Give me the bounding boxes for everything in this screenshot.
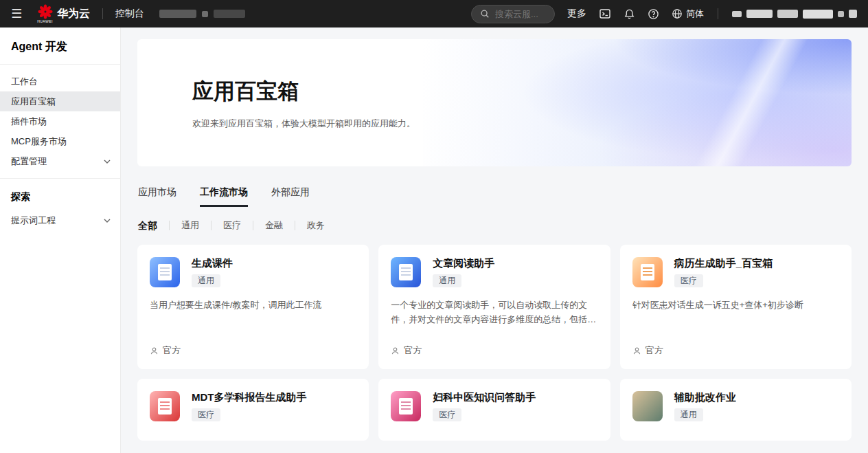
- filter-finance[interactable]: 金融: [253, 221, 295, 230]
- tab-external-apps[interactable]: 外部应用: [271, 186, 310, 207]
- sidebar-item-label: MCP服务市场: [11, 135, 67, 148]
- sidebar: Agent 开发 工作台 应用百宝箱 插件市场 MCP服务市场 配置管理 探索 …: [0, 27, 121, 453]
- category-tag: 通用: [674, 408, 703, 421]
- brand-name: 华为云: [57, 7, 90, 21]
- app-owner: 官方: [391, 344, 597, 357]
- app-icon: [632, 391, 663, 421]
- sidebar-item-label: 插件市场: [11, 115, 47, 128]
- app-title: 文章阅读助手: [433, 257, 494, 269]
- filter-general[interactable]: 通用: [169, 221, 211, 230]
- redacted-block: [849, 10, 857, 18]
- app-card[interactable]: MDT多学科报告生成助手 医疗: [137, 379, 369, 441]
- language-label: 简体: [686, 8, 704, 20]
- filter-government[interactable]: 政务: [295, 221, 336, 230]
- sidebar-item-label: 提示词工程: [11, 214, 56, 227]
- sidebar-item-label: 工作台: [11, 76, 38, 88]
- app-card[interactable]: 辅助批改作业 通用: [620, 379, 852, 441]
- console-window-icon[interactable]: [599, 8, 611, 20]
- redacted-block: [803, 10, 833, 19]
- app-card-grid: 生成课件 通用 当用户想要生成课件/教案时，调用此工作流 官方: [137, 245, 852, 441]
- app-description: 针对医患对话生成一诉五史+查体+初步诊断: [632, 298, 839, 312]
- more-menu[interactable]: 更多: [567, 8, 586, 20]
- sidebar-item-workbench[interactable]: 工作台: [0, 71, 120, 91]
- app-description: 当用户想要生成课件/教案时，调用此工作流: [150, 298, 356, 312]
- app-title: 病历生成助手_百宝箱: [674, 257, 773, 269]
- app-card[interactable]: 生成课件 通用 当用户想要生成课件/教案时，调用此工作流 官方: [137, 245, 369, 369]
- help-icon[interactable]: [648, 8, 659, 20]
- sidebar-divider: [0, 178, 120, 179]
- app-title: MDT多学科报告生成助手: [192, 391, 307, 404]
- chevron-down-icon: [104, 159, 111, 164]
- redacted-block: [746, 10, 773, 18]
- search-icon: [480, 9, 490, 19]
- topbar: ☰ HUAWEI 华为云: [0, 0, 868, 27]
- app-title: 辅助批改作业: [674, 391, 736, 404]
- filter-medical[interactable]: 医疗: [211, 221, 253, 230]
- category-tag: 通用: [192, 274, 220, 287]
- app-card[interactable]: 妇科中医知识问答助手 医疗: [378, 379, 610, 441]
- brand-caption: HUAWEI: [37, 20, 53, 23]
- chevron-down-icon: [104, 219, 111, 223]
- menu-icon[interactable]: ☰: [11, 6, 27, 21]
- page-title: 应用百宝箱: [192, 77, 852, 106]
- redacted-block: [838, 11, 844, 17]
- app-icon: [391, 391, 421, 421]
- sidebar-item-prompt-engineering[interactable]: 提示词工程: [0, 210, 120, 230]
- topbar-left: ☰ HUAWEI 华为云: [11, 4, 245, 23]
- huawei-cloud-logo[interactable]: HUAWEI 华为云: [37, 4, 90, 23]
- huawei-flower-icon: HUAWEI: [37, 4, 53, 23]
- topbar-right: 更多: [471, 5, 857, 23]
- globe-icon: [672, 8, 683, 19]
- category-filters: 全部 通用 医疗 金融 政务: [137, 221, 852, 230]
- redacted-breadcrumb: [159, 10, 245, 18]
- app-owner: 官方: [150, 344, 356, 357]
- app-icon: [632, 257, 663, 287]
- console-link[interactable]: 控制台: [115, 8, 144, 20]
- redacted-block: [159, 10, 196, 18]
- sidebar-item-mcp-market[interactable]: MCP服务市场: [0, 131, 120, 151]
- sidebar-item-label: 配置管理: [11, 155, 47, 168]
- app-icon: [150, 391, 180, 421]
- category-tag: 医疗: [192, 408, 220, 421]
- owner-label: 官方: [404, 344, 422, 357]
- redacted-block: [214, 10, 245, 18]
- category-tag: 医疗: [674, 274, 703, 287]
- main-content: 应用百宝箱 欢迎来到应用百宝箱，体验大模型开箱即用的应用能力。 应用市场 工作流…: [121, 27, 868, 453]
- category-tag: 通用: [433, 274, 461, 287]
- app-title: 妇科中医知识问答助手: [433, 391, 536, 404]
- redacted-block: [777, 10, 798, 18]
- redacted-block: [732, 11, 742, 17]
- sidebar-item-app-treasure-box[interactable]: 应用百宝箱: [0, 91, 120, 111]
- redacted-account: [732, 10, 857, 19]
- owner-label: 官方: [646, 344, 663, 357]
- hero-banner: 应用百宝箱 欢迎来到应用百宝箱，体验大模型开箱即用的应用能力。: [137, 39, 852, 166]
- sidebar-explore-title: 探索: [0, 186, 120, 210]
- app-owner: 官方: [632, 344, 839, 357]
- sidebar-item-plugin-market[interactable]: 插件市场: [0, 111, 120, 131]
- person-icon: [150, 346, 159, 355]
- app-icon: [150, 257, 180, 287]
- sidebar-title: Agent 开发: [0, 34, 120, 64]
- notifications-bell-icon[interactable]: [624, 8, 635, 20]
- app-card[interactable]: 病历生成助手_百宝箱 医疗 针对医患对话生成一诉五史+查体+初步诊断 官方: [620, 245, 852, 369]
- redacted-block: [202, 11, 208, 17]
- search-box[interactable]: [471, 5, 555, 23]
- app-title: 生成课件: [192, 257, 233, 269]
- app-description: 一个专业的文章阅读助手，可以自动读取上传的文件，并对文件的文章内容进行多维度的总…: [391, 298, 597, 327]
- app-card[interactable]: 文章阅读助手 通用 一个专业的文章阅读助手，可以自动读取上传的文件，并对文件的文…: [378, 245, 610, 369]
- market-tabs: 应用市场 工作流市场 外部应用: [137, 186, 852, 207]
- language-switch[interactable]: 简体: [672, 8, 704, 20]
- page-subtitle: 欢迎来到应用百宝箱，体验大模型开箱即用的应用能力。: [192, 118, 852, 130]
- sidebar-item-label: 应用百宝箱: [11, 96, 56, 108]
- person-icon: [391, 346, 400, 355]
- tab-app-market[interactable]: 应用市场: [138, 186, 176, 207]
- search-input[interactable]: [494, 8, 549, 20]
- page-shell: Agent 开发 工作台 应用百宝箱 插件市场 MCP服务市场 配置管理 探索 …: [0, 27, 868, 453]
- app-icon: [391, 257, 421, 287]
- filter-all[interactable]: 全部: [137, 221, 169, 230]
- tab-workflow-market[interactable]: 工作流市场: [200, 186, 248, 207]
- sidebar-divider: [0, 64, 120, 65]
- sidebar-item-config-management[interactable]: 配置管理: [0, 151, 120, 171]
- category-tag: 医疗: [433, 408, 461, 421]
- owner-label: 官方: [163, 344, 181, 357]
